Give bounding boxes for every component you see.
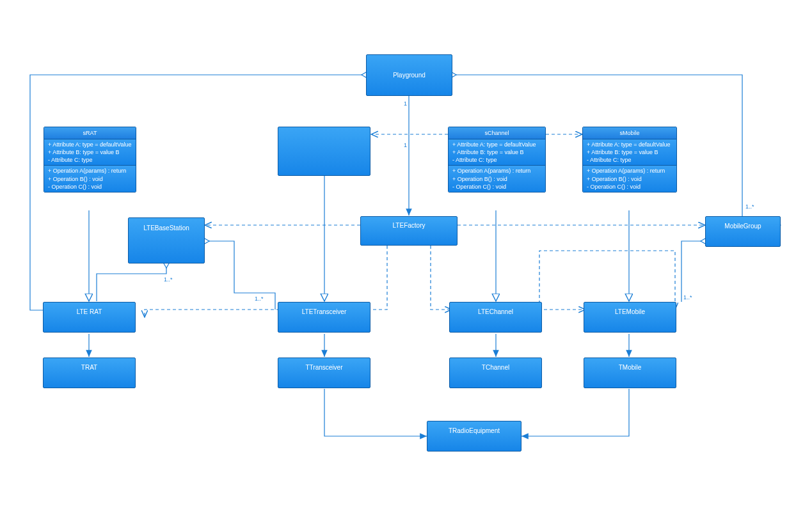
svg-text:1..*: 1..*: [745, 203, 754, 210]
uml-diagram: 1 1 1..* 1..* 1..* 1..* Playground sRAT …: [0, 0, 812, 511]
label: LTEBaseStation: [143, 224, 189, 232]
class-playground: Playground: [366, 54, 452, 96]
class-lterat: LTE RAT: [43, 302, 136, 333]
class-schannel: sChannel + Attribute A: type = defaultVa…: [448, 127, 546, 193]
label: TRadioEquipment: [449, 427, 500, 434]
class-title: sRAT: [44, 127, 136, 139]
class-mobilegroup: MobileGroup: [705, 216, 781, 247]
label: TRAT: [81, 364, 97, 371]
label: LTEFactory: [393, 222, 426, 229]
svg-text:1..*: 1..*: [164, 276, 173, 283]
attributes: + Attribute A: type = defaultValue + Att…: [44, 139, 136, 166]
label: LTEChannel: [478, 308, 513, 315]
class-ltechannel: LTEChannel: [449, 302, 542, 333]
label: TTransceiver: [306, 364, 343, 371]
operations: + Operation A(params) : return + Operati…: [583, 166, 676, 191]
label: LTEMobile: [615, 308, 645, 315]
svg-text:1..*: 1..*: [255, 295, 264, 302]
label: TChannel: [482, 364, 509, 371]
label: LTETransceiver: [302, 308, 346, 315]
svg-text:1: 1: [404, 142, 407, 148]
attributes: + Attribute A: type = defaultValue + Att…: [449, 139, 545, 166]
label: TMobile: [619, 364, 642, 371]
label: Playground: [393, 72, 426, 79]
class-tchannel: TChannel: [449, 358, 542, 388]
class-tmobile: TMobile: [584, 358, 676, 388]
class-ltemobile: LTEMobile: [584, 302, 676, 333]
svg-text:1: 1: [404, 100, 407, 107]
label: MobileGroup: [724, 223, 761, 230]
label: LTE RAT: [77, 308, 102, 315]
class-tradioequipment: TRadioEquipment: [427, 421, 521, 452]
class-ltefactory: LTEFactory: [360, 216, 458, 246]
class-title: sMobile: [583, 127, 676, 139]
operations: + Operation A(params) : return + Operati…: [449, 166, 545, 191]
class-ltebasestation: LTEBaseStation: [128, 217, 205, 263]
class-ttransceiver: TTransceiver: [278, 358, 370, 388]
svg-text:1..*: 1..*: [683, 294, 692, 301]
class-trat: TRAT: [43, 358, 136, 388]
class-srat: sRAT + Attribute A: type = defaultValue …: [44, 127, 136, 193]
class-trx: Trx: [278, 127, 370, 176]
attributes: + Attribute A: type = defaultValue + Att…: [583, 139, 676, 166]
class-title: sChannel: [449, 127, 545, 139]
class-smobile: sMobile + Attribute A: type = defaultVal…: [582, 127, 677, 193]
class-ltetransceiver: LTETransceiver: [278, 302, 370, 333]
operations: + Operation A(params) : return + Operati…: [44, 166, 136, 191]
